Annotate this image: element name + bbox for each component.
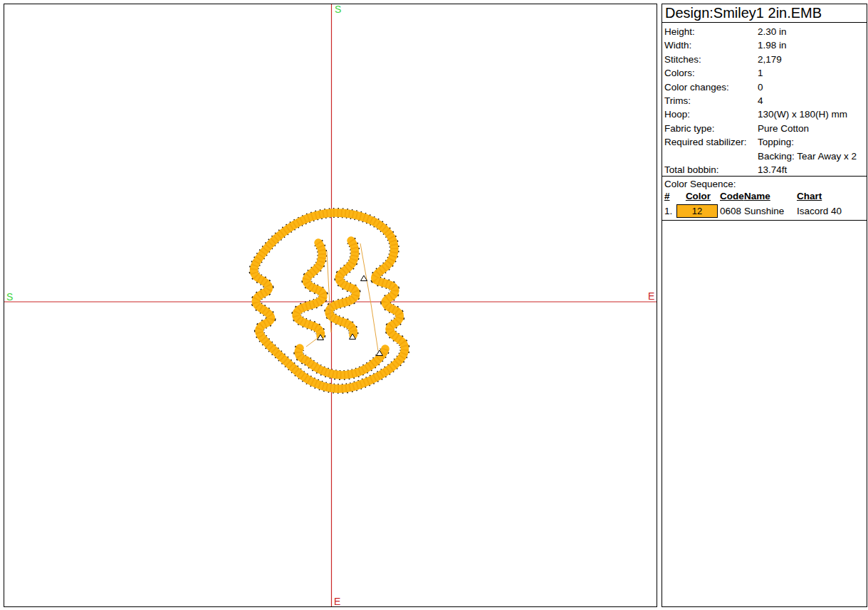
- detail-label: Trims:: [664, 94, 758, 107]
- detail-value: 4: [758, 94, 867, 107]
- smiley-left-eye-stitches: [296, 243, 323, 336]
- color-row-number: 1.: [664, 206, 676, 216]
- end-label-right: E: [648, 290, 654, 302]
- color-row-code: 0608: [720, 206, 744, 216]
- canvas-scene: S S E E: [4, 4, 657, 606]
- start-label-left: S: [6, 291, 13, 303]
- detail-value: 0: [758, 80, 867, 94]
- detail-row-colors: Colors: 1: [664, 66, 867, 80]
- design-title: Design:Smiley1 2in.EMB: [662, 4, 867, 23]
- color-swatch[interactable]: 12: [676, 204, 718, 218]
- detail-row-required-stabilizer: Required stabilizer: Topping: Backing: T…: [664, 135, 867, 163]
- column-header-chart: Chart: [797, 190, 867, 203]
- smiley-mouth-stitches: [298, 348, 385, 375]
- detail-row-height: Height: 2.30 in: [664, 25, 867, 38]
- detail-value: 130(W) x 180(H) mm: [758, 107, 867, 121]
- column-header-name: Name: [744, 190, 797, 203]
- end-label-bottom: E: [334, 596, 340, 606]
- color-sequence-section: Color Sequence: # Color Code Name Chart …: [662, 176, 867, 221]
- detail-label: Color changes:: [664, 80, 758, 94]
- design-details: Height: 2.30 in Width: 1.98 in Stitches:…: [662, 22, 867, 177]
- column-header-color: Color: [676, 190, 720, 203]
- color-row-chart: Isacord 40: [797, 206, 867, 216]
- detail-value: 13.74ft: [758, 163, 867, 177]
- design-info-panel: Design:Smiley1 2in.EMB Height: 2.30 in W…: [662, 4, 867, 607]
- stabilizer-backing: Backing: Tear Away x 2: [758, 149, 867, 163]
- detail-label: Required stabilizer:: [664, 135, 758, 163]
- detail-row-color-changes: Color changes: 0: [664, 80, 867, 94]
- start-label-top: S: [335, 4, 341, 15]
- jump-stitch-line: [327, 251, 331, 332]
- design-canvas[interactable]: S S E E: [4, 4, 657, 607]
- color-sequence-empty-area: [662, 220, 867, 607]
- detail-row-width: Width: 1.98 in: [664, 38, 867, 52]
- detail-label: Colors:: [664, 66, 758, 80]
- color-swatch-cell: 12: [676, 204, 720, 218]
- column-header-num: #: [664, 190, 676, 203]
- detail-label: Total bobbin:: [664, 163, 758, 177]
- detail-value: Pure Cotton: [758, 122, 867, 135]
- detail-label: Width:: [664, 38, 758, 52]
- detail-label: Height:: [664, 25, 758, 38]
- detail-row-trims: Trims: 4: [664, 94, 867, 107]
- color-sequence-row: 1. 12 0608 Sunshine Isacord 40: [664, 203, 867, 219]
- detail-value: Topping: Backing: Tear Away x 2: [758, 135, 867, 163]
- detail-row-hoop: Hoop: 130(W) x 180(H) mm: [664, 107, 867, 121]
- detail-row-total-bobbin: Total bobbin: 13.74ft: [664, 163, 867, 177]
- color-table-header: # Color Code Name Chart: [664, 190, 867, 203]
- detail-row-fabric-type: Fabric type: Pure Cotton: [664, 122, 867, 135]
- smiley-embroidery-design[interactable]: [253, 213, 404, 389]
- detail-value: 2.30 in: [758, 25, 867, 38]
- detail-label: Fabric type:: [664, 122, 758, 135]
- color-row-name: Sunshine: [744, 206, 797, 216]
- detail-row-stitches: Stitches: 2,179: [664, 53, 867, 66]
- detail-value: 2,179: [758, 53, 867, 66]
- stabilizer-topping: Topping:: [758, 135, 867, 149]
- detail-value: 1.98 in: [758, 38, 867, 52]
- jump-stitch-line: [360, 243, 378, 351]
- detail-value: 1: [758, 66, 867, 80]
- color-sequence-heading: Color Sequence:: [664, 178, 867, 190]
- detail-label: Stitches:: [664, 53, 758, 66]
- smiley-right-eye-stitches: [329, 241, 356, 335]
- detail-label: Hoop:: [664, 107, 758, 121]
- column-header-code: Code: [720, 190, 744, 203]
